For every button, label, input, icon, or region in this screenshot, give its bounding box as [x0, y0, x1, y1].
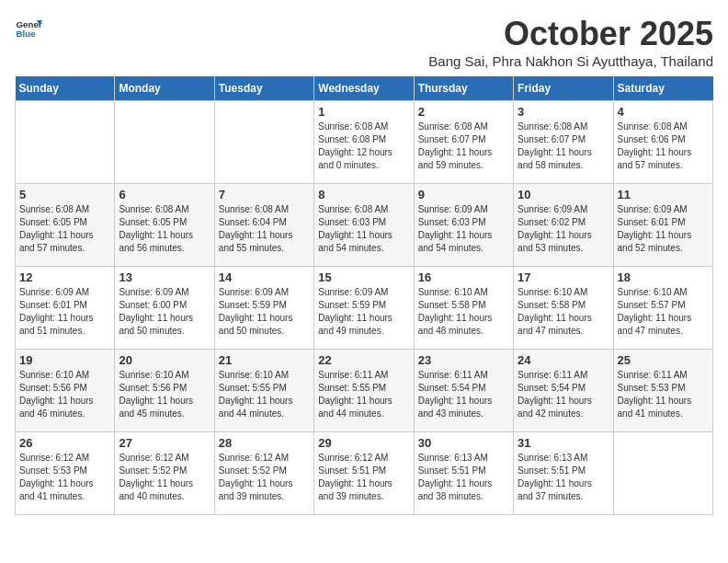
- logo: General Blue: [15, 15, 42, 42]
- table-row: 13Sunrise: 6:09 AM Sunset: 6:00 PM Dayli…: [115, 267, 214, 350]
- day-info: Sunrise: 6:11 AM Sunset: 5:53 PM Dayligh…: [618, 369, 709, 420]
- table-row: 22Sunrise: 6:11 AM Sunset: 5:55 PM Dayli…: [314, 350, 414, 432]
- day-info: Sunrise: 6:10 AM Sunset: 5:56 PM Dayligh…: [119, 369, 210, 420]
- week-row-5: 26Sunrise: 6:12 AM Sunset: 5:53 PM Dayli…: [16, 432, 713, 515]
- table-row: 16Sunrise: 6:10 AM Sunset: 5:58 PM Dayli…: [414, 267, 513, 350]
- table-row: 18Sunrise: 6:10 AM Sunset: 5:57 PM Dayli…: [613, 267, 712, 350]
- day-number: 8: [318, 188, 409, 201]
- table-row: 19Sunrise: 6:10 AM Sunset: 5:56 PM Dayli…: [16, 350, 115, 432]
- day-info: Sunrise: 6:11 AM Sunset: 5:54 PM Dayligh…: [418, 369, 509, 420]
- day-number: 2: [418, 105, 509, 119]
- day-info: Sunrise: 6:08 AM Sunset: 6:03 PM Dayligh…: [318, 203, 409, 255]
- table-row: 30Sunrise: 6:13 AM Sunset: 5:51 PM Dayli…: [414, 432, 513, 515]
- location-subtitle: Bang Sai, Phra Nakhon Si Ayutthaya, Thai…: [428, 53, 713, 69]
- day-number: 13: [119, 270, 210, 284]
- calendar-header-row: Sunday Monday Tuesday Wednesday Thursday…: [16, 76, 713, 101]
- svg-text:Blue: Blue: [17, 29, 37, 39]
- day-info: Sunrise: 6:08 AM Sunset: 6:07 PM Dayligh…: [518, 121, 609, 172]
- table-row: 6Sunrise: 6:08 AM Sunset: 6:05 PM Daylig…: [115, 184, 214, 267]
- table-row: 27Sunrise: 6:12 AM Sunset: 5:52 PM Dayli…: [115, 432, 214, 515]
- col-saturday: Saturday: [613, 76, 712, 101]
- col-monday: Monday: [115, 76, 214, 101]
- table-row: 12Sunrise: 6:09 AM Sunset: 6:01 PM Dayli…: [16, 267, 115, 350]
- table-row: 25Sunrise: 6:11 AM Sunset: 5:53 PM Dayli…: [613, 350, 712, 432]
- day-number: 17: [518, 270, 609, 284]
- day-number: 1: [318, 105, 409, 119]
- day-info: Sunrise: 6:08 AM Sunset: 6:08 PM Dayligh…: [318, 121, 409, 172]
- day-number: 4: [618, 105, 709, 119]
- day-number: 6: [119, 188, 210, 201]
- col-wednesday: Wednesday: [314, 76, 414, 101]
- day-info: Sunrise: 6:09 AM Sunset: 6:03 PM Dayligh…: [418, 203, 509, 255]
- table-row: 15Sunrise: 6:09 AM Sunset: 5:59 PM Dayli…: [314, 267, 414, 350]
- col-thursday: Thursday: [414, 76, 513, 101]
- day-number: 3: [518, 105, 609, 119]
- day-info: Sunrise: 6:09 AM Sunset: 6:01 PM Dayligh…: [618, 203, 709, 255]
- title-section: October 2025 Bang Sai, Phra Nakhon Si Ay…: [428, 15, 713, 69]
- table-row: 5Sunrise: 6:08 AM Sunset: 6:05 PM Daylig…: [16, 184, 115, 267]
- day-number: 26: [19, 436, 110, 450]
- day-number: 31: [518, 436, 609, 450]
- day-info: Sunrise: 6:08 AM Sunset: 6:07 PM Dayligh…: [418, 121, 509, 172]
- day-number: 14: [219, 270, 310, 284]
- day-info: Sunrise: 6:12 AM Sunset: 5:53 PM Dayligh…: [19, 452, 110, 503]
- day-info: Sunrise: 6:13 AM Sunset: 5:51 PM Dayligh…: [418, 452, 509, 503]
- day-info: Sunrise: 6:10 AM Sunset: 5:55 PM Dayligh…: [219, 369, 310, 420]
- day-number: 10: [518, 188, 609, 201]
- table-row: 2Sunrise: 6:08 AM Sunset: 6:07 PM Daylig…: [414, 101, 513, 184]
- table-row: [16, 101, 115, 184]
- day-number: 7: [219, 188, 310, 201]
- table-row: 29Sunrise: 6:12 AM Sunset: 5:51 PM Dayli…: [314, 432, 414, 515]
- table-row: 1Sunrise: 6:08 AM Sunset: 6:08 PM Daylig…: [314, 101, 414, 184]
- day-number: 16: [418, 270, 509, 284]
- logo-icon: General Blue: [15, 15, 42, 42]
- week-row-1: 1Sunrise: 6:08 AM Sunset: 6:08 PM Daylig…: [16, 101, 713, 184]
- table-row: 17Sunrise: 6:10 AM Sunset: 5:58 PM Dayli…: [514, 267, 613, 350]
- table-row: [613, 432, 712, 515]
- table-row: 24Sunrise: 6:11 AM Sunset: 5:54 PM Dayli…: [514, 350, 613, 432]
- col-tuesday: Tuesday: [214, 76, 313, 101]
- table-row: 31Sunrise: 6:13 AM Sunset: 5:51 PM Dayli…: [514, 432, 613, 515]
- calendar-table: Sunday Monday Tuesday Wednesday Thursday…: [15, 76, 713, 515]
- table-row: 14Sunrise: 6:09 AM Sunset: 5:59 PM Dayli…: [214, 267, 313, 350]
- day-info: Sunrise: 6:10 AM Sunset: 5:57 PM Dayligh…: [618, 286, 709, 338]
- table-row: 3Sunrise: 6:08 AM Sunset: 6:07 PM Daylig…: [514, 101, 613, 184]
- day-info: Sunrise: 6:08 AM Sunset: 6:05 PM Dayligh…: [19, 203, 110, 255]
- week-row-4: 19Sunrise: 6:10 AM Sunset: 5:56 PM Dayli…: [16, 350, 713, 432]
- day-number: 21: [219, 353, 310, 367]
- table-row: 23Sunrise: 6:11 AM Sunset: 5:54 PM Dayli…: [414, 350, 513, 432]
- table-row: 7Sunrise: 6:08 AM Sunset: 6:04 PM Daylig…: [214, 184, 313, 267]
- day-info: Sunrise: 6:12 AM Sunset: 5:52 PM Dayligh…: [119, 452, 210, 503]
- table-row: 8Sunrise: 6:08 AM Sunset: 6:03 PM Daylig…: [314, 184, 414, 267]
- day-number: 24: [518, 353, 609, 367]
- table-row: 26Sunrise: 6:12 AM Sunset: 5:53 PM Dayli…: [16, 432, 115, 515]
- day-info: Sunrise: 6:09 AM Sunset: 5:59 PM Dayligh…: [219, 286, 310, 338]
- day-info: Sunrise: 6:09 AM Sunset: 5:59 PM Dayligh…: [318, 286, 409, 338]
- table-row: [115, 101, 214, 184]
- day-number: 20: [119, 353, 210, 367]
- day-info: Sunrise: 6:10 AM Sunset: 5:56 PM Dayligh…: [19, 369, 110, 420]
- day-number: 30: [418, 436, 509, 450]
- day-number: 18: [618, 270, 709, 284]
- day-number: 15: [318, 270, 409, 284]
- col-friday: Friday: [514, 76, 613, 101]
- table-row: 28Sunrise: 6:12 AM Sunset: 5:52 PM Dayli…: [214, 432, 313, 515]
- day-info: Sunrise: 6:11 AM Sunset: 5:54 PM Dayligh…: [518, 369, 609, 420]
- day-number: 27: [119, 436, 210, 450]
- table-row: 10Sunrise: 6:09 AM Sunset: 6:02 PM Dayli…: [514, 184, 613, 267]
- day-info: Sunrise: 6:09 AM Sunset: 6:02 PM Dayligh…: [518, 203, 609, 255]
- day-number: 12: [19, 270, 110, 284]
- table-row: 20Sunrise: 6:10 AM Sunset: 5:56 PM Dayli…: [115, 350, 214, 432]
- day-number: 22: [318, 353, 409, 367]
- day-info: Sunrise: 6:08 AM Sunset: 6:05 PM Dayligh…: [119, 203, 210, 255]
- week-row-2: 5Sunrise: 6:08 AM Sunset: 6:05 PM Daylig…: [16, 184, 713, 267]
- table-row: 21Sunrise: 6:10 AM Sunset: 5:55 PM Dayli…: [214, 350, 313, 432]
- day-info: Sunrise: 6:13 AM Sunset: 5:51 PM Dayligh…: [518, 452, 609, 503]
- day-info: Sunrise: 6:09 AM Sunset: 6:00 PM Dayligh…: [119, 286, 210, 338]
- table-row: 9Sunrise: 6:09 AM Sunset: 6:03 PM Daylig…: [414, 184, 513, 267]
- day-info: Sunrise: 6:12 AM Sunset: 5:52 PM Dayligh…: [219, 452, 310, 503]
- week-row-3: 12Sunrise: 6:09 AM Sunset: 6:01 PM Dayli…: [16, 267, 713, 350]
- day-info: Sunrise: 6:12 AM Sunset: 5:51 PM Dayligh…: [318, 452, 409, 503]
- day-number: 19: [19, 353, 110, 367]
- day-number: 25: [618, 353, 709, 367]
